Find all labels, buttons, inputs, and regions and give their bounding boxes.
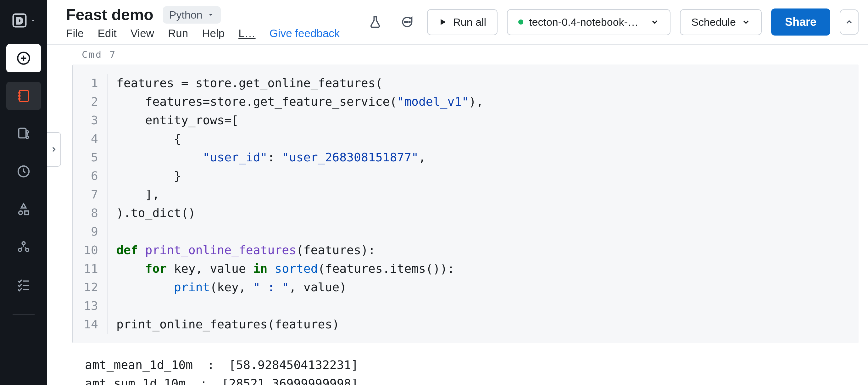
give-feedback-link[interactable]: Give feedback bbox=[270, 27, 340, 40]
svg-point-16 bbox=[22, 242, 25, 245]
code-cell[interactable]: 1234567891011121314 features = store.get… bbox=[72, 64, 859, 343]
line-number: 11 bbox=[73, 260, 98, 278]
line-number: 9 bbox=[73, 223, 98, 241]
cluster-name: tecton-0.4-notebook-… bbox=[529, 16, 639, 28]
menu-view[interactable]: View bbox=[130, 27, 154, 40]
sidebar-repos-button[interactable] bbox=[6, 120, 41, 148]
comments-icon-button[interactable] bbox=[396, 11, 417, 33]
run-all-label: Run all bbox=[453, 16, 486, 28]
sidebar-expand-handle[interactable] bbox=[47, 132, 61, 167]
chevron-right-icon bbox=[50, 145, 58, 153]
svg-point-24 bbox=[409, 21, 410, 23]
experiments-icon-button[interactable] bbox=[364, 11, 386, 33]
svg-point-10 bbox=[26, 130, 29, 133]
sidebar-add-button[interactable] bbox=[6, 44, 41, 72]
language-label: Python bbox=[169, 9, 203, 21]
cell-output: amt_mean_1d_10m : [58.9284504132231] amt… bbox=[85, 356, 859, 385]
line-number-gutter: 1234567891011121314 bbox=[73, 74, 107, 334]
chevron-down-icon bbox=[30, 17, 36, 24]
line-number: 8 bbox=[73, 204, 98, 223]
cluster-icon bbox=[17, 240, 31, 254]
svg-rect-15 bbox=[25, 211, 28, 215]
cluster-selector[interactable]: tecton-0.4-notebook-… bbox=[507, 9, 671, 35]
svg-point-22 bbox=[404, 21, 406, 23]
svg-point-14 bbox=[19, 211, 22, 215]
line-number: 1 bbox=[73, 74, 98, 92]
line-number: 5 bbox=[73, 148, 98, 167]
cluster-status-dot bbox=[518, 20, 523, 25]
sidebar-tasks-button[interactable] bbox=[6, 270, 41, 299]
line-number: 7 bbox=[73, 185, 98, 204]
menu-edit[interactable]: Edit bbox=[97, 27, 116, 40]
clock-icon bbox=[17, 164, 31, 179]
svg-rect-9 bbox=[19, 128, 26, 138]
svg-point-11 bbox=[26, 136, 29, 139]
line-number: 3 bbox=[73, 111, 98, 129]
line-number: 4 bbox=[73, 129, 98, 148]
language-selector[interactable]: Python bbox=[163, 6, 221, 24]
sidebar-history-button[interactable] bbox=[6, 157, 41, 185]
line-number: 10 bbox=[73, 241, 98, 260]
chevron-down-icon bbox=[742, 18, 750, 26]
svg-point-23 bbox=[407, 21, 408, 23]
notebook-icon bbox=[17, 89, 31, 103]
share-button[interactable]: Share bbox=[771, 8, 830, 35]
code-editor-content[interactable]: features = store.get_online_features( fe… bbox=[107, 74, 484, 334]
schedule-button[interactable]: Schedule bbox=[680, 9, 762, 35]
flask-icon bbox=[368, 15, 382, 29]
menu-truncated[interactable]: L… bbox=[238, 27, 255, 40]
menu-help[interactable]: Help bbox=[202, 27, 224, 40]
notebook-body: Cmd 7 1234567891011121314 features = sto… bbox=[47, 45, 868, 385]
header-more-toggle[interactable] bbox=[840, 9, 859, 35]
svg-marker-13 bbox=[21, 204, 26, 208]
line-number: 13 bbox=[73, 297, 98, 315]
shapes-icon bbox=[17, 202, 31, 216]
chevron-down-icon bbox=[650, 18, 659, 26]
line-number: 6 bbox=[73, 167, 98, 185]
sidebar-notebook-button[interactable] bbox=[6, 82, 41, 110]
svg-marker-25 bbox=[441, 19, 446, 25]
plus-circle-icon bbox=[16, 50, 31, 66]
line-number: 14 bbox=[73, 315, 98, 334]
sidebar-cluster-button[interactable] bbox=[6, 233, 41, 261]
svg-text:D: D bbox=[16, 16, 23, 26]
sidebar-experiments-button[interactable] bbox=[6, 195, 41, 223]
menu-run[interactable]: Run bbox=[168, 27, 188, 40]
workspace-logo[interactable]: D bbox=[6, 6, 41, 35]
branch-icon bbox=[17, 126, 31, 141]
chevron-down-icon bbox=[207, 11, 215, 19]
schedule-label: Schedule bbox=[691, 16, 736, 28]
notebook-title[interactable]: Feast demo bbox=[66, 6, 153, 24]
comment-icon bbox=[400, 15, 413, 29]
chevron-up-icon bbox=[845, 18, 854, 26]
line-number: 2 bbox=[73, 92, 98, 111]
svg-rect-5 bbox=[20, 91, 29, 101]
sidebar-divider bbox=[12, 314, 35, 315]
run-all-button[interactable]: Run all bbox=[427, 9, 498, 35]
left-sidebar: D bbox=[0, 0, 47, 385]
play-icon bbox=[438, 18, 447, 26]
notebook-header: Feast demo Python File Edit View Run Hel… bbox=[47, 0, 868, 45]
main-area: Feast demo Python File Edit View Run Hel… bbox=[47, 0, 868, 385]
share-label: Share bbox=[785, 16, 816, 28]
cell-command-label: Cmd 7 bbox=[47, 45, 868, 64]
menu-file[interactable]: File bbox=[66, 27, 84, 40]
line-number: 12 bbox=[73, 278, 98, 297]
checklist-icon bbox=[17, 277, 31, 292]
